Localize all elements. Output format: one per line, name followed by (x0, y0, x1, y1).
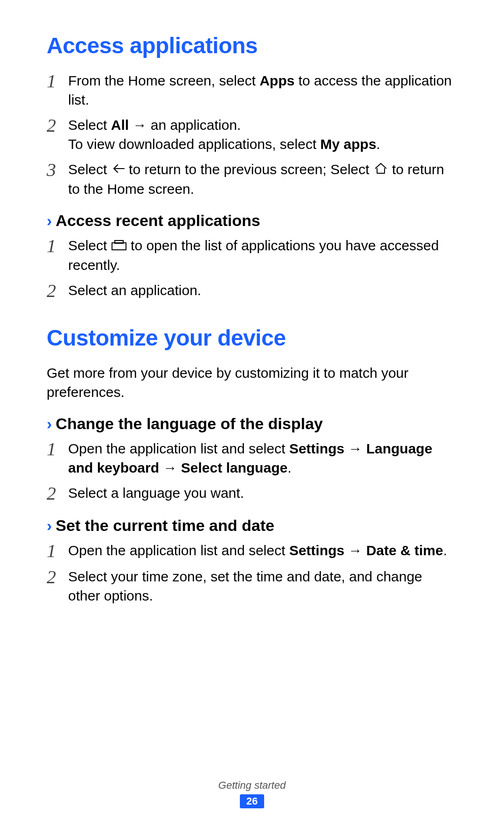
text: → an application. (129, 117, 241, 133)
subheading-set-time-date: › Set the current time and date (47, 516, 457, 535)
text: . (443, 543, 447, 558)
step-body: Select to open the list of applications … (68, 236, 457, 275)
back-arrow-icon (111, 161, 125, 180)
text: Select (68, 117, 111, 133)
step-1: 1 Select to open the list of application… (47, 236, 457, 275)
page-content: Access applications 1 From the Home scre… (47, 33, 457, 765)
step-1: 1 Open the application list and select S… (47, 439, 457, 477)
step-body: Select to return to the previous screen;… (68, 160, 457, 198)
step-number: 2 (47, 484, 68, 503)
bold-my-apps: My apps (320, 136, 376, 152)
step-number: 1 (47, 71, 68, 91)
text: Select a language you want. (68, 484, 457, 503)
footer-section-name: Getting started (47, 779, 457, 792)
step-body: Open the application list and select Set… (68, 439, 457, 477)
step-2: 2 Select your time zone, set the time an… (47, 567, 457, 605)
chevron-right-icon: › (47, 416, 52, 431)
document-page: Access applications 1 From the Home scre… (0, 0, 504, 827)
step-body: Select an application. (68, 281, 457, 300)
step-number: 3 (47, 160, 68, 180)
step-number: 2 (47, 116, 68, 135)
page-number-badge: 26 (240, 794, 264, 808)
step-body: Select a language you want. (68, 484, 457, 503)
svg-rect-1 (115, 240, 123, 243)
svg-rect-0 (112, 243, 126, 250)
step-1: 1 Open the application list and select S… (47, 541, 457, 561)
text: To view downloaded applications, select (68, 136, 320, 152)
intro-text: Get more from your device by customizing… (47, 364, 457, 402)
chevron-right-icon: › (47, 212, 52, 228)
subheading-access-recent: › Access recent applications (47, 212, 457, 230)
recent-apps-icon (111, 237, 127, 256)
step-2: 2 Select a language you want. (47, 484, 457, 503)
step-number: 1 (47, 439, 68, 459)
text: Select an application. (68, 281, 457, 300)
step-body: Select your time zone, set the time and … (68, 567, 457, 605)
bold-all: All (111, 117, 129, 133)
text: Open the application list and select (68, 441, 289, 456)
step-number: 1 (47, 236, 68, 256)
step-number: 2 (47, 567, 68, 587)
step-number: 1 (47, 541, 68, 561)
step-body: From the Home screen, select Apps to acc… (68, 71, 457, 109)
text: Select (68, 238, 111, 253)
text: Open the application list and select (68, 543, 289, 558)
subheading-title: Access recent applications (56, 212, 260, 230)
page-footer: Getting started 26 (47, 765, 457, 808)
step-2: 2 Select an application. (47, 281, 457, 301)
step-body: Select All → an application. To view dow… (68, 116, 457, 154)
home-icon (373, 161, 388, 180)
step-3: 3 Select to return to the previous scree… (47, 160, 457, 198)
text: Select (68, 162, 111, 177)
subheading-title: Set the current time and date (56, 516, 274, 535)
text: . (287, 460, 291, 475)
text: to return to the previous screen; Select (125, 162, 373, 177)
step-2: 2 Select All → an application. To view d… (47, 116, 457, 154)
bold-apps: Apps (259, 73, 294, 88)
heading-access-applications: Access applications (47, 33, 457, 58)
text: From the Home screen, select (68, 73, 259, 88)
subheading-title: Change the language of the display (56, 415, 322, 433)
bold-settings-date-time: Settings → Date & time (289, 543, 443, 558)
chevron-right-icon: › (47, 517, 52, 533)
step-number: 2 (47, 281, 68, 301)
heading-customize-device: Customize your device (47, 325, 457, 351)
text: Select your time zone, set the time and … (68, 567, 457, 605)
subheading-change-language: › Change the language of the display (47, 415, 457, 433)
step-body: Open the application list and select Set… (68, 541, 457, 560)
text: . (376, 136, 380, 152)
step-1: 1 From the Home screen, select Apps to a… (47, 71, 457, 109)
